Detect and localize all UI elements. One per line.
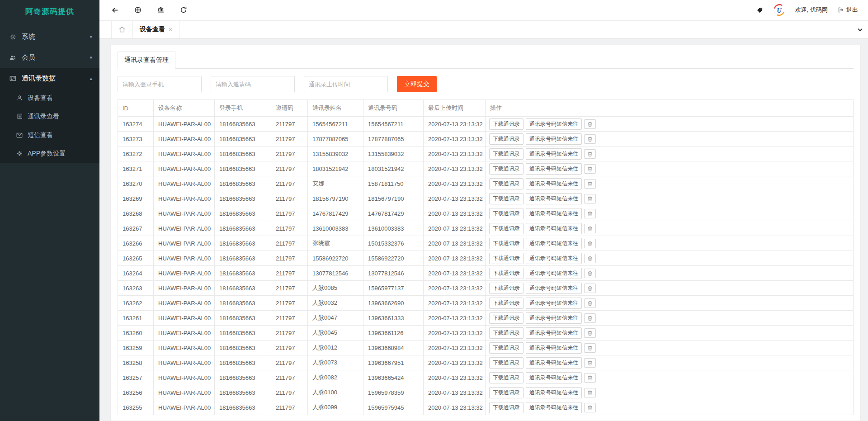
- sidebar-item-members[interactable]: 会员 ▾: [0, 47, 99, 68]
- cell-device-name: HUAWEI-PAR-AL00: [154, 132, 215, 147]
- download-contacts-button[interactable]: 下载通讯录: [489, 133, 524, 145]
- sms-history-button[interactable]: 通讯录号码短信来往: [526, 298, 582, 309]
- sms-history-button[interactable]: 通讯录号码短信来往: [526, 283, 582, 294]
- delete-button[interactable]: [584, 119, 596, 129]
- sidebar-item-app-settings[interactable]: APP参数设置: [0, 144, 99, 163]
- sidebar-item-device-view[interactable]: 设备查看: [0, 89, 99, 107]
- tab-device-view[interactable]: 设备查看 ×: [133, 21, 179, 38]
- download-contacts-button[interactable]: 下载通讯录: [489, 208, 524, 219]
- download-contacts-button[interactable]: 下载通讯录: [489, 163, 524, 175]
- sms-history-button[interactable]: 通讯录号码短信来往: [526, 118, 582, 130]
- download-contacts-button[interactable]: 下载通讯录: [489, 223, 524, 234]
- download-contacts-button[interactable]: 下载通讯录: [489, 148, 524, 160]
- sms-history-button[interactable]: 通讯录号码短信来往: [526, 342, 582, 354]
- submit-button[interactable]: 立即提交: [397, 76, 437, 92]
- delete-button[interactable]: [584, 179, 596, 189]
- sms-history-button[interactable]: 通讯录号码短信来往: [526, 357, 582, 369]
- sms-history-button[interactable]: 通讯录号码短信来往: [526, 223, 582, 234]
- sidebar-item-sms-view[interactable]: 短信查看: [0, 126, 99, 144]
- delete-button[interactable]: [584, 254, 596, 263]
- trash-icon: [587, 255, 593, 261]
- tab-home[interactable]: [111, 21, 133, 38]
- bank-icon[interactable]: [157, 6, 165, 14]
- download-contacts-button[interactable]: 下载通讯录: [489, 283, 524, 294]
- sms-history-button[interactable]: 通讯录号码短信来往: [526, 402, 582, 413]
- cell-device-name: HUAWEI-PAR-AL00: [154, 206, 215, 221]
- sms-history-button[interactable]: 通讯录号码短信来往: [526, 387, 582, 398]
- download-contacts-button[interactable]: 下载通讯录: [489, 178, 524, 189]
- delete-button[interactable]: [584, 403, 596, 412]
- delete-button[interactable]: [584, 298, 596, 308]
- refresh-icon[interactable]: [180, 6, 187, 14]
- download-contacts-button[interactable]: 下载通讯录: [489, 298, 524, 309]
- upload-time-input[interactable]: [304, 76, 388, 92]
- sms-history-button[interactable]: 通讯录号码短信来往: [526, 238, 582, 249]
- download-contacts-button[interactable]: 下载通讯录: [489, 357, 524, 369]
- sms-history-button[interactable]: 通讯录号码短信来往: [526, 148, 582, 160]
- download-contacts-button[interactable]: 下载通讯录: [489, 402, 524, 413]
- sms-history-button[interactable]: 通讯录号码短信来往: [526, 312, 582, 324]
- panel-tab-strip: 通讯录查看管理: [118, 52, 854, 69]
- delete-button[interactable]: [584, 373, 596, 383]
- sms-history-button[interactable]: 通讯录号码短信来往: [526, 208, 582, 219]
- cell-id: 163256: [118, 385, 154, 400]
- sms-history-button[interactable]: 通讯录号码短信来往: [526, 133, 582, 145]
- cell-last-upload-time: 2020-07-13 23:13:32: [424, 370, 486, 385]
- cell-device-name: HUAWEI-PAR-AL00: [154, 385, 215, 400]
- download-contacts-button[interactable]: 下载通讯录: [489, 193, 524, 204]
- download-contacts-button[interactable]: 下载通讯录: [489, 312, 524, 324]
- cell-actions: 下载通讯录 通讯录号码短信来往: [486, 147, 854, 161]
- delete-button[interactable]: [584, 209, 596, 218]
- delete-button[interactable]: [584, 343, 596, 353]
- trash-icon: [587, 360, 593, 366]
- delete-button[interactable]: [584, 328, 596, 338]
- cell-login-phone: 18166835663: [215, 132, 271, 147]
- delete-button[interactable]: [584, 224, 596, 233]
- cell-contact-name: 13077812546: [308, 266, 363, 281]
- id-card-icon: [8, 75, 17, 82]
- download-contacts-button[interactable]: 下载通讯录: [489, 327, 524, 339]
- delete-button[interactable]: [584, 134, 596, 144]
- trash-icon: [587, 330, 593, 336]
- sms-history-button[interactable]: 通讯录号码短信来往: [526, 268, 582, 279]
- cell-actions: 下载通讯录 通讯录号码短信来往: [486, 296, 854, 311]
- delete-button[interactable]: [584, 284, 596, 293]
- delete-button[interactable]: [584, 388, 596, 397]
- invite-code-input[interactable]: [211, 76, 295, 92]
- delete-button[interactable]: [584, 313, 596, 323]
- download-contacts-button[interactable]: 下载通讯录: [489, 238, 524, 249]
- sms-history-button[interactable]: 通讯录号码短信来往: [526, 253, 582, 264]
- table-row: 163267 HUAWEI-PAR-AL00 18166835663 21179…: [118, 221, 854, 236]
- download-contacts-button[interactable]: 下载通讯录: [489, 118, 524, 130]
- delete-button[interactable]: [584, 358, 596, 368]
- sidebar-item-contacts-data[interactable]: 通讯录数据 ▴: [0, 68, 99, 89]
- download-contacts-button[interactable]: 下载通讯录: [489, 268, 524, 279]
- sms-history-button[interactable]: 通讯录号码短信来往: [526, 327, 582, 339]
- fullscreen-icon[interactable]: [134, 6, 142, 14]
- sms-history-button[interactable]: 通讯录号码短信来往: [526, 163, 582, 175]
- cell-invite-code: 211797: [271, 132, 308, 147]
- tag-icon[interactable]: [756, 7, 763, 14]
- sms-history-button[interactable]: 通讯录号码短信来往: [526, 193, 582, 204]
- delete-button[interactable]: [584, 239, 596, 248]
- chevron-down-icon[interactable]: [857, 21, 863, 38]
- logout-button[interactable]: 退出: [838, 6, 858, 14]
- download-contacts-button[interactable]: 下载通讯录: [489, 253, 524, 264]
- sidebar-item-system[interactable]: 系统 ▾: [0, 26, 99, 47]
- delete-button[interactable]: [584, 164, 596, 174]
- sms-history-button[interactable]: 通讯录号码短信来往: [526, 372, 582, 383]
- sms-history-button[interactable]: 通讯录号码短信来往: [526, 178, 582, 189]
- delete-button[interactable]: [584, 269, 596, 278]
- cell-id: 163265: [118, 251, 154, 266]
- close-icon[interactable]: ×: [169, 26, 172, 33]
- download-contacts-button[interactable]: 下载通讯录: [489, 342, 524, 354]
- delete-button[interactable]: [584, 194, 596, 203]
- panel-tab-contacts-management[interactable]: 通讯录查看管理: [118, 52, 175, 69]
- sidebar-item-contacts-view[interactable]: 通讯录查看: [0, 107, 99, 126]
- download-contacts-button[interactable]: 下载通讯录: [489, 387, 524, 398]
- cell-id: 163269: [118, 191, 154, 206]
- back-icon[interactable]: [111, 6, 119, 14]
- login-phone-input[interactable]: [118, 76, 202, 92]
- delete-button[interactable]: [584, 149, 596, 159]
- download-contacts-button[interactable]: 下载通讯录: [489, 372, 524, 383]
